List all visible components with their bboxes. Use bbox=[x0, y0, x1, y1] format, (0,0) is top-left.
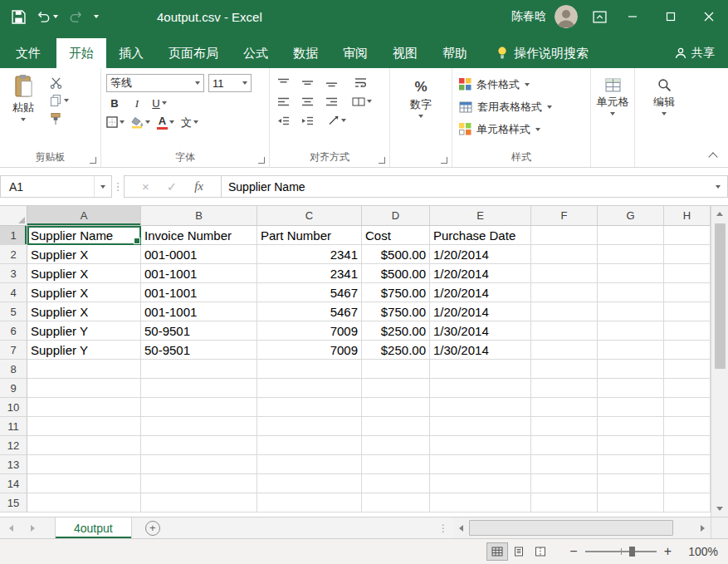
cell-B14[interactable] bbox=[141, 474, 257, 493]
cell-E6[interactable]: 1/30/2014 bbox=[430, 321, 531, 341]
cell-B11[interactable] bbox=[141, 417, 257, 436]
alignment-dialog-launcher[interactable] bbox=[379, 157, 385, 164]
bold-button[interactable]: B bbox=[106, 95, 123, 111]
tab-scroll-splitter[interactable]: ⋮ bbox=[433, 522, 453, 534]
customize-qat-button[interactable] bbox=[94, 15, 99, 18]
cell-A9[interactable] bbox=[27, 379, 141, 398]
share-button[interactable]: 共享 bbox=[675, 38, 715, 68]
cell-C12[interactable] bbox=[257, 436, 362, 455]
row-header-7[interactable]: 7 bbox=[0, 341, 27, 360]
row-header-4[interactable]: 4 bbox=[0, 283, 27, 302]
cancel-entry-button[interactable]: × bbox=[142, 179, 149, 194]
cell-E11[interactable] bbox=[430, 417, 531, 436]
tab-insert[interactable]: 插入 bbox=[106, 38, 156, 68]
clipboard-dialog-launcher[interactable] bbox=[90, 157, 96, 164]
ribbon-display-options-button[interactable] bbox=[593, 11, 607, 23]
paste-button[interactable]: 粘贴 bbox=[2, 71, 45, 121]
cell-B3[interactable]: 001-1001 bbox=[141, 264, 257, 283]
cell-G14[interactable] bbox=[598, 474, 664, 493]
cell-G13[interactable] bbox=[598, 455, 664, 474]
cell-G5[interactable] bbox=[598, 302, 664, 321]
column-header-F[interactable]: F bbox=[531, 206, 598, 226]
row-header-12[interactable]: 12 bbox=[0, 436, 27, 455]
tab-page-layout[interactable]: 页面布局 bbox=[156, 38, 231, 68]
align-center-button[interactable] bbox=[299, 93, 315, 110]
sheet-tab-4output[interactable]: 4output bbox=[55, 517, 132, 538]
cell-E9[interactable] bbox=[430, 379, 531, 398]
cell-A5[interactable]: Supplier X bbox=[27, 302, 141, 321]
italic-button[interactable]: I bbox=[129, 95, 145, 111]
cell-C4[interactable]: 5467 bbox=[257, 283, 362, 302]
cell-B1[interactable]: Invoice Number bbox=[141, 226, 257, 245]
wrap-text-button[interactable] bbox=[352, 74, 369, 91]
cell-F8[interactable] bbox=[531, 360, 598, 379]
cell-D3[interactable]: $500.00 bbox=[362, 264, 430, 283]
cell-G7[interactable] bbox=[598, 341, 664, 360]
tab-review[interactable]: 审阅 bbox=[330, 38, 380, 68]
row-header-3[interactable]: 3 bbox=[0, 264, 27, 283]
cell-G8[interactable] bbox=[598, 360, 664, 379]
cell-G11[interactable] bbox=[598, 417, 664, 436]
maximize-button[interactable] bbox=[652, 0, 690, 33]
page-break-view-button[interactable] bbox=[530, 542, 551, 561]
cell-H14[interactable] bbox=[664, 474, 711, 493]
cell-C3[interactable]: 2341 bbox=[257, 264, 362, 283]
scroll-down-button[interactable] bbox=[711, 501, 728, 517]
cell-G9[interactable] bbox=[598, 379, 664, 398]
fill-color-button[interactable] bbox=[131, 114, 150, 130]
cell-C5[interactable]: 5467 bbox=[257, 302, 362, 321]
cell-D10[interactable] bbox=[362, 398, 430, 417]
formula-bar-splitter[interactable]: ⋮ bbox=[112, 180, 124, 193]
normal-view-button[interactable] bbox=[486, 542, 508, 561]
cell-H13[interactable] bbox=[664, 455, 711, 474]
cell-H7[interactable] bbox=[664, 341, 711, 360]
row-header-8[interactable]: 8 bbox=[0, 360, 27, 379]
cell-E3[interactable]: 1/20/2014 bbox=[430, 264, 531, 283]
cell-F9[interactable] bbox=[531, 379, 598, 398]
cell-F3[interactable] bbox=[531, 264, 598, 283]
cell-D15[interactable] bbox=[362, 493, 430, 513]
cell-styles-button[interactable]: 单元格样式 bbox=[454, 118, 589, 140]
column-header-G[interactable]: G bbox=[598, 206, 664, 226]
cell-D14[interactable] bbox=[362, 474, 430, 493]
cell-A2[interactable]: Supplier X bbox=[27, 245, 141, 264]
cell-C13[interactable] bbox=[257, 455, 362, 474]
minimize-button[interactable] bbox=[613, 0, 652, 33]
zoom-slider-thumb[interactable] bbox=[629, 547, 635, 557]
font-dialog-launcher[interactable] bbox=[258, 157, 265, 164]
align-top-button[interactable] bbox=[275, 74, 291, 91]
cell-H4[interactable] bbox=[664, 283, 711, 302]
column-header-E[interactable]: E bbox=[430, 206, 531, 226]
tell-me-search[interactable]: 操作说明搜索 bbox=[496, 38, 589, 68]
row-header-9[interactable]: 9 bbox=[0, 379, 27, 398]
cell-B15[interactable] bbox=[141, 493, 257, 513]
font-size-select[interactable]: 11 bbox=[208, 74, 252, 92]
cell-A4[interactable]: Supplier X bbox=[27, 283, 141, 302]
borders-button[interactable] bbox=[106, 114, 125, 130]
conditional-formatting-button[interactable]: 条件格式 bbox=[454, 73, 589, 96]
cell-A8[interactable] bbox=[27, 360, 141, 379]
cell-H15[interactable] bbox=[664, 493, 711, 513]
undo-button[interactable] bbox=[37, 11, 58, 22]
cell-D8[interactable] bbox=[362, 360, 430, 379]
cell-B7[interactable]: 50-9501 bbox=[141, 341, 257, 360]
cell-G10[interactable] bbox=[598, 398, 664, 417]
align-right-button[interactable] bbox=[323, 93, 340, 110]
cell-A11[interactable] bbox=[27, 417, 141, 436]
avatar[interactable] bbox=[555, 5, 578, 28]
align-left-button[interactable] bbox=[275, 93, 291, 110]
cell-C7[interactable]: 7009 bbox=[257, 341, 362, 360]
user-name[interactable]: 陈春晗 bbox=[511, 9, 546, 24]
font-color-button[interactable]: A bbox=[157, 114, 174, 130]
hscroll-right-button[interactable] bbox=[695, 517, 711, 538]
confirm-entry-button[interactable]: ✓ bbox=[167, 179, 178, 194]
vertical-scrollbar[interactable] bbox=[711, 206, 728, 517]
new-sheet-button[interactable]: + bbox=[145, 521, 160, 536]
cell-B12[interactable] bbox=[141, 436, 257, 455]
scroll-up-button[interactable] bbox=[711, 206, 728, 222]
cell-C9[interactable] bbox=[257, 379, 362, 398]
zoom-level[interactable]: 100% bbox=[682, 545, 718, 558]
align-bottom-button[interactable] bbox=[323, 74, 340, 91]
cell-C6[interactable]: 7009 bbox=[257, 321, 362, 341]
cell-G4[interactable] bbox=[598, 283, 664, 302]
